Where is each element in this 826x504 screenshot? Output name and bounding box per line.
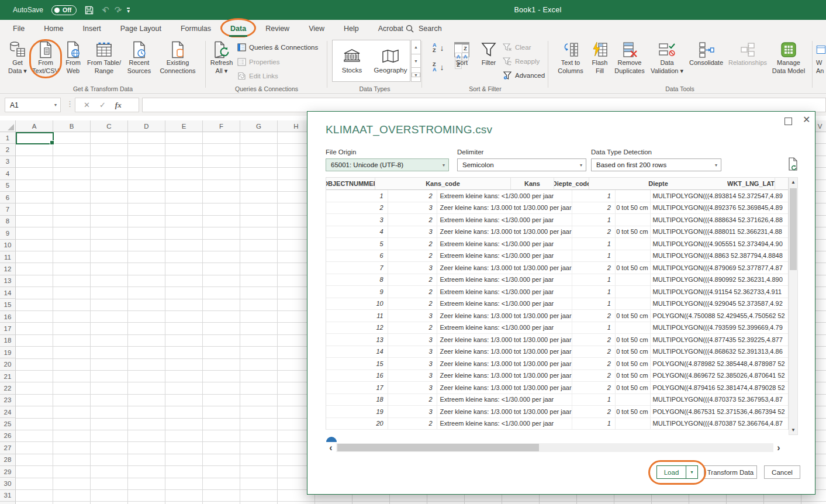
column-header[interactable]: F — [203, 120, 240, 132]
preview-column-header[interactable]: OBJECTNUMMER — [326, 178, 375, 189]
refresh-all-button[interactable]: RefreshAll ▾ — [208, 40, 235, 75]
row-header[interactable]: 12 — [0, 263, 16, 275]
formula-bar-drag-handle[interactable]: ⋮ — [66, 99, 74, 108]
ribbon-tab[interactable]: Review — [258, 20, 296, 37]
row-header[interactable]: 29 — [0, 466, 16, 478]
undo-button[interactable]: ↶▾ — [102, 5, 106, 15]
selected-cell-a1[interactable] — [16, 132, 54, 144]
row-header[interactable]: 1 — [0, 132, 16, 144]
scroll-down-icon[interactable]: ▼ — [789, 427, 797, 433]
ribbon-tab[interactable]: Data — [223, 20, 253, 37]
row-header[interactable]: 30 — [0, 478, 16, 489]
row-header[interactable]: 14 — [0, 287, 16, 299]
gallery-scrollbar[interactable]: ▲ ▼ ▼ — [411, 40, 421, 82]
existing-connections-button[interactable]: ExistingConnections — [155, 40, 200, 75]
load-button[interactable]: Load — [656, 465, 686, 479]
row-header[interactable]: 21 — [0, 371, 16, 382]
ribbon-tab[interactable]: File — [6, 20, 32, 37]
edit-links-button[interactable]: Edit Links — [237, 71, 278, 81]
scroll-right-icon[interactable]: › — [773, 442, 784, 453]
column-header[interactable]: E — [165, 120, 203, 132]
preview-column-header[interactable]: WKT_LNG_LAT — [727, 178, 775, 189]
ribbon-tab[interactable]: Insert — [76, 20, 108, 37]
data-validation-button[interactable]: DataValidation ▾ — [649, 40, 685, 75]
consolidate-button[interactable]: Consolidate — [686, 40, 726, 67]
row-header[interactable]: 11 — [0, 251, 16, 263]
row-header[interactable]: 7 — [0, 203, 16, 215]
cancel-button[interactable]: Cancel — [764, 465, 800, 479]
ribbon-tab[interactable]: Home — [37, 20, 70, 37]
properties-button[interactable]: Properties — [237, 57, 279, 67]
remove-duplicates-button[interactable]: RemoveDuplicates — [613, 40, 647, 75]
column-header[interactable]: A — [16, 120, 53, 132]
transform-data-button[interactable]: Transform Data — [704, 465, 757, 479]
text-to-columns-button[interactable]: Text toColumns — [557, 40, 585, 75]
row-header[interactable]: 22 — [0, 382, 16, 394]
row-header[interactable]: 17 — [0, 323, 16, 334]
preview-column-header[interactable]: Diepte — [589, 178, 727, 189]
row-header[interactable]: 19 — [0, 347, 16, 358]
ribbon-tab[interactable]: View — [302, 20, 331, 37]
stocks-button[interactable]: Stocks — [333, 40, 371, 81]
cancel-entry-icon[interactable]: ✕ — [84, 101, 90, 109]
recent-sources-button[interactable]: RecentSources — [124, 40, 154, 75]
formula-input[interactable] — [142, 98, 826, 112]
vertical-scroll-thumb[interactable] — [790, 188, 797, 270]
row-header[interactable]: 25 — [0, 418, 16, 430]
data-type-detection-select[interactable]: Based on first 200 rows ▾ — [591, 158, 721, 171]
filter-button[interactable]: Filter — [476, 40, 502, 67]
row-header[interactable]: 3 — [0, 156, 16, 168]
row-header[interactable]: 13 — [0, 275, 16, 287]
geography-button[interactable]: Geography — [371, 40, 410, 81]
row-header[interactable]: 9 — [0, 227, 16, 239]
horizontal-scroll-track[interactable] — [336, 443, 773, 452]
confirm-entry-icon[interactable]: ✓ — [99, 101, 106, 109]
get-data-button[interactable]: GetData ▾ — [5, 40, 30, 75]
sort-descending-button[interactable]: ZA ↓ — [433, 62, 444, 73]
from-text-csv-button[interactable]: FromText/CSV — [32, 40, 60, 75]
column-header[interactable]: C — [91, 120, 128, 132]
row-header[interactable]: 27 — [0, 442, 16, 454]
redo-button[interactable]: ↷▾ — [115, 5, 119, 15]
ribbon-tab[interactable]: Help — [337, 20, 366, 37]
customize-qat-icon[interactable]: ▾ — [127, 8, 130, 13]
row-header[interactable]: 31 — [0, 490, 16, 502]
row-header[interactable]: 26 — [0, 430, 16, 442]
row-header[interactable]: 5 — [0, 180, 16, 192]
ribbon-tab[interactable]: Formulas — [174, 20, 218, 37]
from-table-range-button[interactable]: From Table/Range — [85, 40, 123, 75]
reapply-filter-button[interactable]: Reapply — [503, 56, 540, 67]
name-box[interactable]: A1 ▾ — [5, 98, 61, 112]
row-header[interactable]: 24 — [0, 406, 16, 418]
save-icon[interactable] — [85, 6, 94, 15]
preview-vertical-scrollbar[interactable]: ▲ ▼ — [789, 177, 798, 435]
advanced-filter-button[interactable]: Advanced — [503, 70, 545, 81]
row-header[interactable]: 18 — [0, 335, 16, 347]
preview-column-header[interactable]: Diepte_code — [554, 178, 589, 189]
scroll-up-icon[interactable]: ▲ — [789, 179, 797, 185]
preview-horizontal-scrollbar[interactable]: ‹ › — [326, 442, 784, 453]
whatif-analysis-button-clipped[interactable]: WAn — [816, 40, 826, 75]
search-box[interactable]: Search — [406, 20, 442, 37]
manage-data-model-button[interactable]: ManageData Model — [769, 40, 808, 75]
delimiter-select[interactable]: Semicolon ▾ — [457, 158, 586, 171]
row-header[interactable]: 20 — [0, 358, 16, 370]
row-header[interactable]: 16 — [0, 311, 16, 323]
clear-filter-button[interactable]: Clear — [503, 42, 531, 53]
column-header[interactable]: D — [128, 120, 165, 132]
select-all-corner[interactable] — [0, 120, 16, 132]
preview-column-header[interactable]: Kans — [511, 178, 554, 189]
horizontal-scroll-thumb[interactable] — [337, 444, 539, 451]
row-header[interactable]: 32 — [0, 502, 16, 504]
ribbon-tab[interactable]: Page Layout — [113, 20, 168, 37]
row-header[interactable]: 2 — [0, 144, 16, 156]
row-header[interactable]: 6 — [0, 192, 16, 203]
row-header[interactable]: 28 — [0, 454, 16, 466]
relationships-button[interactable]: Relationships — [728, 40, 767, 67]
dialog-maximize-icon[interactable] — [784, 118, 792, 125]
file-origin-select[interactable]: 65001: Unicode (UTF-8) ▾ — [326, 158, 449, 171]
insert-function-icon[interactable]: fx — [115, 101, 122, 110]
row-header[interactable]: 4 — [0, 168, 16, 179]
from-web-button[interactable]: FromWeb — [61, 40, 85, 75]
scroll-left-icon[interactable]: ‹ — [326, 442, 336, 453]
